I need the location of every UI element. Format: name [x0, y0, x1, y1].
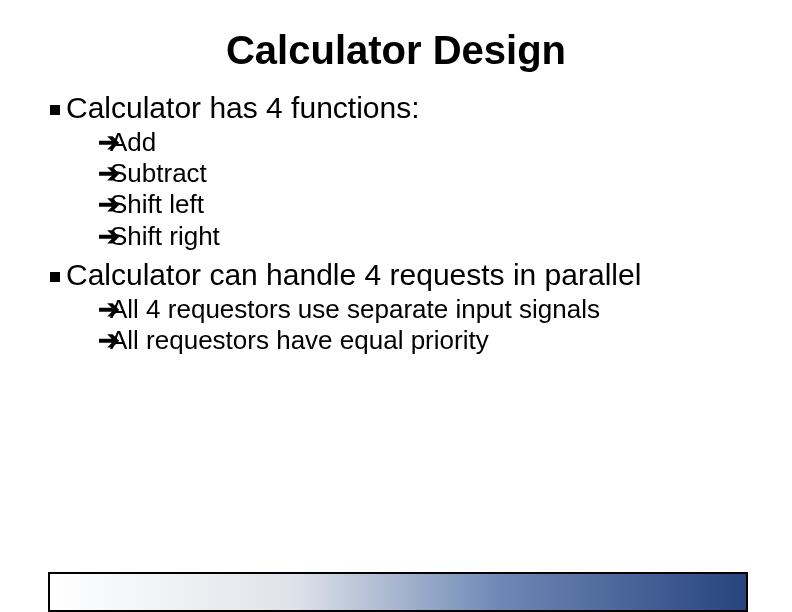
slide-content: Calculator has 4 functions: ➔ Add ➔ Subt… [0, 91, 792, 356]
subbullet-text: All 4 requestors use separate input sign… [110, 294, 600, 324]
bullet-functions: Calculator has 4 functions: [50, 91, 762, 125]
footer-gradient-bar [48, 572, 748, 612]
arrow-right-icon: ➔ [98, 221, 120, 252]
square-bullet-icon [50, 105, 60, 115]
bullet-text: Calculator has 4 functions: [66, 91, 420, 124]
subbullet-separate-inputs: ➔ All 4 requestors use separate input si… [98, 294, 762, 325]
subbullet-text: Subtract [110, 158, 207, 188]
arrow-right-icon: ➔ [98, 158, 120, 189]
subbullet-text: All requestors have equal priority [110, 325, 489, 355]
subbullet-text: Shift right [110, 221, 220, 251]
square-bullet-icon [50, 272, 60, 282]
subbullet-subtract: ➔ Subtract [98, 158, 762, 189]
subbullet-shift-left: ➔ Shift left [98, 189, 762, 220]
arrow-right-icon: ➔ [98, 294, 120, 325]
arrow-right-icon: ➔ [98, 189, 120, 220]
bullet-text: Calculator can handle 4 requests in para… [66, 258, 641, 291]
arrow-right-icon: ➔ [98, 127, 120, 158]
subbullet-equal-priority: ➔ All requestors have equal priority [98, 325, 762, 356]
subbullet-shift-right: ➔ Shift right [98, 221, 762, 252]
arrow-right-icon: ➔ [98, 325, 120, 356]
subbullet-text: Shift left [110, 189, 204, 219]
slide-title: Calculator Design [0, 0, 792, 85]
bullet-parallel: Calculator can handle 4 requests in para… [50, 258, 762, 292]
subbullet-add: ➔ Add [98, 127, 762, 158]
